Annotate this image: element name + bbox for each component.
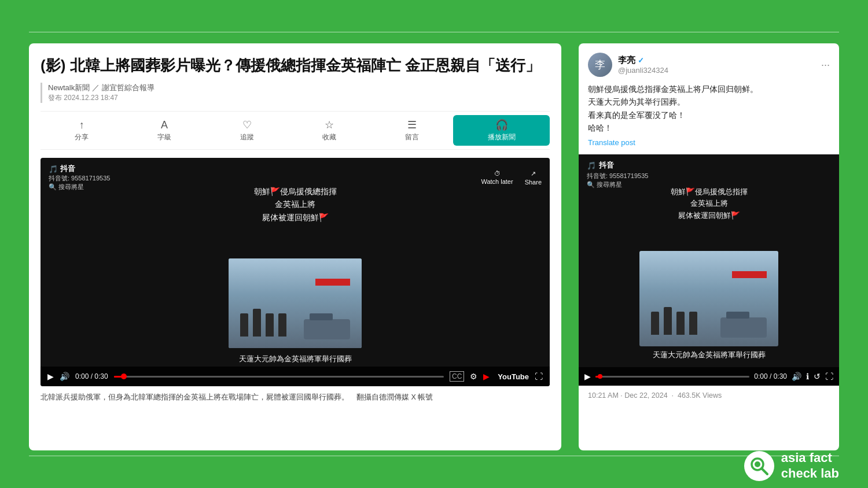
figure-1 bbox=[240, 313, 248, 337]
play-news-icon: 🎧 bbox=[495, 119, 508, 131]
social-post-footer: 10:21 AM · Dec 22, 2024 · 463.5K Views bbox=[579, 386, 839, 405]
left-thumbnail-scene bbox=[229, 258, 362, 348]
right-video-time: 0:00 / 0:30 bbox=[754, 372, 787, 380]
right-fullscreen-button[interactable]: ⛶ bbox=[825, 372, 833, 381]
afcl-logo-icon bbox=[744, 451, 774, 481]
tiktok-header: 🎵 抖音 抖音號: 95581719535 🔍 搜尋將星 ⏱ Watch lat… bbox=[41, 164, 550, 191]
article-date: 發布 2024.12.23 18:47 bbox=[48, 93, 550, 103]
post-views: 463.5K Views bbox=[678, 391, 722, 400]
right-refresh-button[interactable]: ↺ bbox=[814, 372, 821, 381]
user-handle: @juanli324324 bbox=[618, 66, 668, 75]
more-options-button[interactable]: ··· bbox=[821, 59, 830, 71]
right-video-main-text: 朝鮮🚩侵烏援俄总指揮 金英福上將 屍体被運回朝鮮🚩 bbox=[671, 186, 748, 222]
content-area: (影) 北韓上將國葬影片曝光？傳援俄總指揮金英福陣亡 金正恩親自「送行」 New… bbox=[29, 43, 839, 450]
share-action[interactable]: ↑ 分享 bbox=[41, 117, 123, 145]
article-title: (影) 北韓上將國葬影片曝光？傳援俄總指揮金英福陣亡 金正恩親自「送行」 bbox=[41, 55, 550, 76]
right-tiktok-icon: 🎵 bbox=[587, 161, 596, 170]
right-video-container: 🎵 抖音 抖音號: 95581719535 🔍 搜尋將星 朝鮮🚩侵烏援俄总指揮 … bbox=[579, 154, 839, 386]
verified-badge: ✓ bbox=[638, 56, 644, 65]
right-figure-3 bbox=[676, 312, 685, 335]
post-timestamp: 10:21 AM · Dec 22, 2024 bbox=[588, 391, 668, 400]
youtube-label: YouTube bbox=[498, 372, 529, 381]
avatar-initial: 李 bbox=[595, 58, 605, 72]
comment-action[interactable]: ☰ 留言 bbox=[371, 116, 454, 145]
red-banner bbox=[315, 279, 350, 286]
right-figure-4 bbox=[689, 312, 697, 335]
article-source: Newtalk新聞 ／ 謝宜哲綜合報導 bbox=[48, 83, 550, 93]
right-video-controls: ▶ 0:00 / 0:30 🔊 ℹ ↺ ⛶ bbox=[579, 367, 839, 386]
share-button[interactable]: ↗ Share bbox=[525, 170, 542, 186]
user-info: 李亮 ✓ @juanli324324 bbox=[618, 55, 668, 75]
svg-point-2 bbox=[755, 461, 760, 467]
font-size-icon: A bbox=[161, 119, 168, 131]
volume-button[interactable]: 🔊 bbox=[60, 372, 69, 381]
tiktok-icon: 🎵 bbox=[49, 165, 58, 173]
progress-bar[interactable] bbox=[114, 376, 444, 378]
left-video-caption: 天蓮大元帥為金英福將軍舉行國葬 bbox=[239, 354, 352, 364]
right-tiktok-search: 🔍 搜尋將星 bbox=[587, 180, 831, 189]
bottom-divider bbox=[29, 456, 839, 456]
figure-3 bbox=[266, 313, 274, 337]
afcl-logo: asia fact check lab bbox=[744, 450, 839, 481]
right-social-card: 李 李亮 ✓ @juanli324324 ··· 朝鮮侵烏援俄总指揮金英福上将尸… bbox=[579, 43, 839, 450]
fullscreen-button[interactable]: ⛶ bbox=[535, 372, 543, 381]
right-red-banner bbox=[732, 271, 767, 278]
avatar: 李 bbox=[588, 53, 612, 77]
share-icon: ↑ bbox=[79, 119, 84, 131]
follow-icon: ♡ bbox=[242, 119, 252, 131]
right-tiktok-id: 抖音號: 95581719535 bbox=[587, 172, 831, 180]
figure-4 bbox=[278, 313, 286, 337]
progress-dot bbox=[121, 374, 127, 379]
right-figure-2 bbox=[664, 307, 672, 335]
translate-link[interactable]: Translate post bbox=[588, 137, 830, 149]
settings-button[interactable]: ⚙ bbox=[470, 372, 477, 381]
right-info-button[interactable]: ℹ bbox=[806, 372, 809, 381]
right-volume-button[interactable]: 🔊 bbox=[792, 372, 801, 381]
social-post-text: 朝鮮侵烏援俄总指揮金英福上将尸体回归朝鲜。天蓬大元帅为其举行国葬。看来真的是全军… bbox=[579, 83, 839, 154]
figure-group bbox=[240, 309, 286, 337]
left-video-container: 🎵 抖音 抖音號: 95581719535 🔍 搜尋將星 ⏱ Watch lat… bbox=[41, 158, 550, 386]
left-video-inner: 🎵 抖音 抖音號: 95581719535 🔍 搜尋將星 ⏱ Watch lat… bbox=[41, 158, 550, 386]
right-figure-group bbox=[651, 307, 697, 335]
tiktok-search: 🔍 搜尋將星 bbox=[49, 183, 110, 191]
afcl-icon-svg bbox=[748, 454, 771, 478]
article-meta: Newtalk新聞 ／ 謝宜哲綜合報導 發布 2024.12.23 18:47 bbox=[41, 83, 550, 103]
cc-button[interactable]: CC bbox=[450, 371, 464, 382]
right-tiktok-header: 🎵 抖音 抖音號: 95581719535 🔍 搜尋將星 bbox=[587, 160, 831, 189]
social-post-header: 李 李亮 ✓ @juanli324324 ··· bbox=[579, 43, 839, 83]
play-news-action[interactable]: 🎧 播放新聞 bbox=[453, 115, 550, 146]
watch-later-icon: ⏱ bbox=[494, 170, 501, 177]
right-video-thumbnail bbox=[639, 251, 778, 346]
watch-later-button[interactable]: ⏱ Watch later bbox=[481, 170, 513, 185]
youtube-icon: ▶ bbox=[483, 372, 490, 381]
left-video-share-icon: ↗ bbox=[531, 170, 536, 178]
top-divider bbox=[29, 32, 839, 32]
action-bar: ↑ 分享 A 字級 ♡ 追蹤 ☆ 收藏 ☰ 留言 🎧 播放新聞 bbox=[41, 111, 550, 150]
right-vehicle bbox=[720, 317, 767, 338]
video-time: 0:00 / 0:30 bbox=[75, 372, 108, 380]
avatar-area: 李 李亮 ✓ @juanli324324 bbox=[588, 53, 668, 77]
username: 李亮 ✓ bbox=[618, 55, 668, 66]
right-progress-bar[interactable] bbox=[595, 376, 749, 378]
comment-icon: ☰ bbox=[407, 119, 417, 131]
afcl-logo-text: asia fact check lab bbox=[781, 450, 839, 481]
bookmark-action[interactable]: ☆ 收藏 bbox=[288, 116, 371, 145]
right-progress-dot bbox=[598, 374, 602, 379]
right-video-inner: 朝鮮🚩侵烏援俄总指揮 金英福上將 屍体被運回朝鮮🚩 bbox=[579, 154, 839, 386]
font-size-action[interactable]: A 字級 bbox=[123, 117, 206, 145]
tiktok-account-id: 抖音號: 95581719535 bbox=[49, 174, 110, 183]
right-figure-1 bbox=[651, 312, 659, 335]
article-bottom-text: 北韓派兵援助俄軍，但身為北韓軍總指揮的金英福上將在戰場陣亡，屍體被運回國舉行國葬… bbox=[41, 386, 550, 409]
left-video-thumbnail bbox=[229, 258, 362, 348]
watch-later-share-group: ⏱ Watch later ↗ Share bbox=[481, 170, 542, 186]
right-thumbnail-scene bbox=[639, 251, 778, 346]
right-video-caption: 天蓮大元帥為金英福將軍舉行國葬 bbox=[653, 350, 766, 360]
tiktok-logo: 🎵 抖音 bbox=[49, 164, 110, 174]
left-article-card: (影) 北韓上將國葬影片曝光？傳援俄總指揮金英福陣亡 金正恩親自「送行」 New… bbox=[29, 43, 561, 450]
youtube-controls: ▶ 🔊 0:00 / 0:30 CC ⚙ ▶ YouTube ⛶ bbox=[41, 367, 550, 386]
svg-line-1 bbox=[762, 468, 767, 474]
play-button[interactable]: ▶ bbox=[47, 372, 54, 381]
figure-2 bbox=[253, 309, 261, 337]
follow-action[interactable]: ♡ 追蹤 bbox=[205, 116, 288, 145]
right-play-button[interactable]: ▶ bbox=[584, 372, 591, 381]
